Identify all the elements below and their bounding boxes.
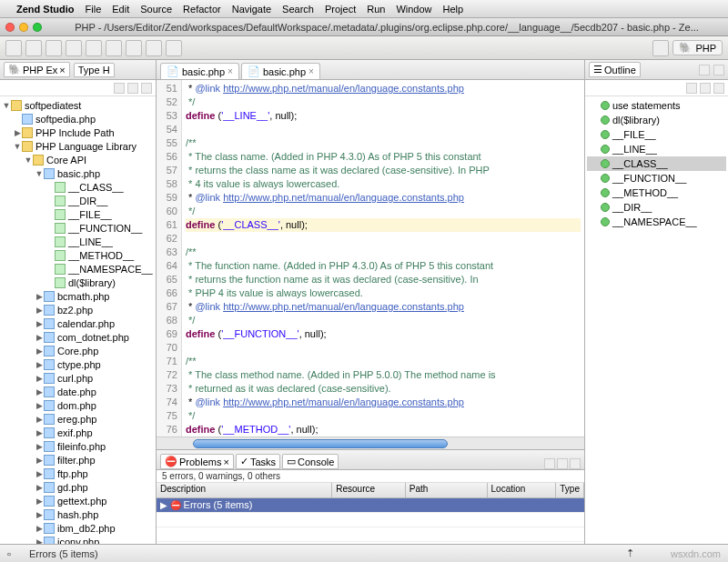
outline-item[interactable]: __NAMESPACE__ xyxy=(587,215,726,229)
tree-item[interactable]: ▶iconv.php xyxy=(2,535,154,544)
menu-navigate[interactable]: Navigate xyxy=(232,4,271,15)
status-launch-icon[interactable]: ⇡ xyxy=(626,547,634,559)
minimize-button[interactable] xyxy=(19,23,28,32)
outline-item[interactable]: use statements xyxy=(587,98,726,113)
open-perspective-button[interactable] xyxy=(652,40,669,56)
col-location[interactable]: Location xyxy=(488,483,557,497)
tree-item[interactable]: ▶filter.php xyxy=(2,453,154,467)
outline-tree[interactable]: use statementsdl($library)__FILE____LINE… xyxy=(585,96,728,544)
build-button[interactable] xyxy=(106,40,122,56)
tab-type-hierarchy[interactable]: Type H xyxy=(74,63,115,77)
problems-group-errors[interactable]: ▶ ⛔ Errors (5 items) xyxy=(157,498,584,513)
outline-item[interactable]: __FILE__ xyxy=(587,127,726,142)
tree-item[interactable]: __METHOD__ xyxy=(2,248,154,262)
link-editor-button[interactable] xyxy=(127,83,138,94)
tree-item[interactable]: ▶ftp.php xyxy=(2,467,154,480)
col-description[interactable]: Description xyxy=(157,483,332,497)
tree-item[interactable]: ▶ereg.php xyxy=(2,412,154,426)
tree-item[interactable]: ▶exif.php xyxy=(2,426,154,439)
close-icon[interactable]: × xyxy=(308,66,314,76)
tree-item[interactable]: ▶dom.php xyxy=(2,398,154,412)
menu-edit[interactable]: Edit xyxy=(112,4,129,15)
horizontal-scrollbar[interactable] xyxy=(157,437,584,449)
tree-item[interactable]: ▶com_dotnet.php xyxy=(2,330,154,344)
tab-problems[interactable]: ⛔ Problems × xyxy=(160,454,234,469)
run-button[interactable] xyxy=(86,40,102,56)
col-resource[interactable]: Resource xyxy=(332,483,405,497)
scrollbar-thumb[interactable] xyxy=(193,439,448,448)
minimize-view-button[interactable] xyxy=(699,65,710,75)
nav-fwd-button[interactable] xyxy=(166,40,182,56)
menu-project[interactable]: Project xyxy=(325,4,356,15)
tree-item[interactable]: ▶curl.php xyxy=(2,371,154,385)
tree-item[interactable]: ▶ibm_db2.php xyxy=(2,521,154,535)
problems-table[interactable]: Description Resource Path Location Type … xyxy=(157,483,584,544)
close-icon[interactable]: × xyxy=(59,65,65,75)
explorer-tree[interactable]: ▼softpediatestsoftpedia.php▶PHP Include … xyxy=(0,96,156,544)
editor-tab[interactable]: 📄basic.php× xyxy=(241,63,320,79)
nav-back-button[interactable] xyxy=(146,40,162,56)
debug-button[interactable] xyxy=(66,40,82,56)
col-type[interactable]: Type xyxy=(556,483,584,497)
tree-item[interactable]: __DIR__ xyxy=(2,194,154,207)
tree-item[interactable]: ▶calendar.php xyxy=(2,316,154,330)
menu-refactor[interactable]: Refactor xyxy=(183,4,221,15)
save-button[interactable] xyxy=(25,40,42,56)
tree-item[interactable]: ▶fileinfo.php xyxy=(2,439,154,453)
menu-search[interactable]: Search xyxy=(282,4,314,15)
tree-item[interactable]: ▶bz2.php xyxy=(2,303,154,316)
tab-outline[interactable]: ☰ Outline xyxy=(589,62,641,77)
filter-button[interactable] xyxy=(700,83,711,94)
editor-body[interactable]: 5152535455565758596061626364656667686970… xyxy=(157,80,584,437)
code-area[interactable]: * @link http://www.php.net/manual/en/lan… xyxy=(182,80,584,437)
tree-item[interactable]: ▶gettext.php xyxy=(2,494,154,507)
tree-item[interactable]: ▼basic.php xyxy=(2,166,154,180)
tree-item[interactable]: ▼softpediatest xyxy=(2,98,154,112)
editor-tab[interactable]: 📄basic.php× xyxy=(160,63,239,79)
tree-item[interactable]: ▶hash.php xyxy=(2,507,154,521)
outline-item[interactable]: dl($library) xyxy=(587,113,726,127)
tree-item[interactable]: softpedia.php xyxy=(2,112,154,125)
tree-item[interactable]: dl($library) xyxy=(2,276,154,289)
menu-source[interactable]: Source xyxy=(140,4,172,15)
tree-item[interactable]: ▶Core.php xyxy=(2,344,154,357)
view-menu-button[interactable] xyxy=(713,83,724,94)
search-button[interactable] xyxy=(126,40,142,56)
collapse-all-button[interactable] xyxy=(114,83,125,94)
tab-tasks[interactable]: ✓ Tasks xyxy=(236,454,280,469)
outline-item[interactable]: __CLASS__ xyxy=(587,156,726,171)
close-icon[interactable]: × xyxy=(223,457,228,467)
new-button[interactable] xyxy=(5,40,22,56)
tree-item[interactable]: __LINE__ xyxy=(2,235,154,248)
maximize-view-button[interactable] xyxy=(713,65,724,75)
tree-item[interactable]: __CLASS__ xyxy=(2,180,154,194)
tree-item[interactable]: ▼Core API xyxy=(2,153,154,166)
app-name[interactable]: Zend Studio xyxy=(16,4,75,15)
tree-item[interactable]: ▶date.php xyxy=(2,385,154,398)
col-path[interactable]: Path xyxy=(406,483,488,497)
perspective-switcher[interactable]: 🐘 PHP xyxy=(672,40,723,55)
tree-item[interactable]: ▶gd.php xyxy=(2,480,154,494)
print-button[interactable] xyxy=(46,40,62,56)
sort-button[interactable] xyxy=(686,83,697,94)
view-menu-button[interactable] xyxy=(141,83,152,94)
tab-php-explorer[interactable]: 🐘 PHP Ex × xyxy=(4,62,70,77)
tree-item[interactable]: ▶ctype.php xyxy=(2,357,154,371)
menu-file[interactable]: File xyxy=(86,4,102,15)
maximize-view-button[interactable] xyxy=(570,458,581,469)
close-icon[interactable]: × xyxy=(228,66,233,76)
tree-item[interactable]: __NAMESPACE__ xyxy=(2,262,154,276)
view-menu-button[interactable] xyxy=(544,458,555,469)
tree-item[interactable]: ▼PHP Language Library xyxy=(2,139,154,153)
menu-run[interactable]: Run xyxy=(367,4,385,15)
outline-item[interactable]: __DIR__ xyxy=(587,200,726,215)
outline-item[interactable]: __LINE__ xyxy=(587,142,726,156)
maximize-button[interactable] xyxy=(33,23,42,32)
close-button[interactable] xyxy=(5,23,15,32)
tree-item[interactable]: ▶bcmath.php xyxy=(2,289,154,303)
tree-item[interactable]: __FILE__ xyxy=(2,207,154,221)
tree-item[interactable]: __FUNCTION__ xyxy=(2,221,154,235)
tab-console[interactable]: ▭ Console xyxy=(282,454,339,469)
outline-item[interactable]: __FUNCTION__ xyxy=(587,171,726,186)
minimize-view-button[interactable] xyxy=(557,458,568,469)
